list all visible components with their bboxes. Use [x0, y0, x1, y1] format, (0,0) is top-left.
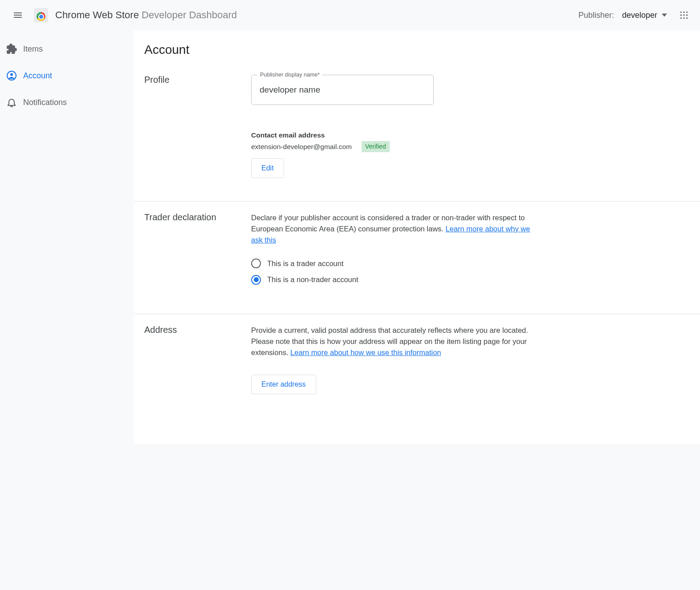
svg-point-7 — [683, 17, 684, 19]
enter-address-button[interactable]: Enter address — [251, 375, 316, 394]
bell-icon — [6, 97, 18, 108]
svg-point-0 — [680, 12, 682, 13]
title-main: Chrome Web Store — [55, 9, 139, 20]
section-label-address: Address — [144, 325, 251, 394]
sidebar-item-notifications[interactable]: Notifications — [0, 89, 134, 116]
section-address: Address Provide a current, valid postal … — [134, 314, 700, 417]
radio-nontrader-account[interactable]: This is a non-trader account — [251, 274, 532, 285]
svg-point-8 — [686, 17, 688, 19]
page-title: Account — [134, 30, 700, 64]
publisher-name-field: Publisher display name* — [251, 75, 434, 105]
dropdown-arrow-icon — [662, 12, 667, 18]
field-label: Publisher display name* — [257, 71, 322, 79]
sidebar-item-label: Account — [23, 71, 52, 81]
chrome-webstore-logo-icon — [34, 8, 48, 22]
sidebar-item-items[interactable]: Items — [0, 36, 134, 62]
section-label-profile: Profile — [144, 75, 251, 178]
publisher-name-input[interactable] — [251, 75, 434, 105]
google-apps-icon[interactable] — [675, 6, 693, 24]
svg-point-2 — [686, 12, 688, 13]
edit-email-button[interactable]: Edit — [251, 158, 284, 178]
extension-icon — [6, 44, 18, 54]
verified-badge: Verified — [362, 141, 390, 152]
radio-icon — [251, 259, 261, 268]
section-label-trader: Trader declaration — [144, 212, 251, 291]
sidebar-item-label: Notifications — [23, 98, 67, 107]
account-circle-icon — [6, 70, 18, 81]
radio-trader-account[interactable]: This is a trader account — [251, 258, 532, 269]
section-profile: Profile Publisher display name* Contact … — [134, 64, 700, 202]
radio-icon — [251, 275, 261, 285]
sidebar: Items Account Notifications — [0, 30, 134, 444]
main-content: Account Profile Publisher display name* … — [134, 30, 700, 444]
section-trader: Trader declaration Declare if your publi… — [134, 202, 700, 314]
sidebar-item-label: Items — [23, 44, 43, 54]
svg-point-3 — [680, 14, 682, 16]
publisher-dropdown[interactable]: developer — [622, 11, 667, 20]
svg-point-1 — [683, 12, 684, 13]
radio-label: This is a non-trader account — [267, 274, 358, 285]
radio-label: This is a trader account — [267, 258, 344, 269]
svg-point-10 — [10, 73, 13, 76]
contact-email-label: Contact email address — [251, 130, 532, 140]
sidebar-item-account[interactable]: Account — [0, 62, 134, 89]
svg-point-6 — [680, 17, 682, 19]
publisher-value: developer — [622, 11, 657, 20]
contact-email-value: extension-developer@gmail.com — [251, 141, 352, 152]
svg-point-4 — [683, 14, 684, 16]
address-learn-more-link[interactable]: Learn more about how we use this informa… — [290, 348, 441, 356]
publisher-label: Publisher: — [578, 11, 614, 20]
top-header: Chrome Web Store Developer Dashboard Pub… — [0, 0, 700, 30]
app-title: Chrome Web Store Developer Dashboard — [55, 9, 237, 21]
menu-icon[interactable] — [7, 4, 28, 26]
svg-point-5 — [686, 14, 688, 16]
title-sub: Developer Dashboard — [142, 9, 237, 20]
